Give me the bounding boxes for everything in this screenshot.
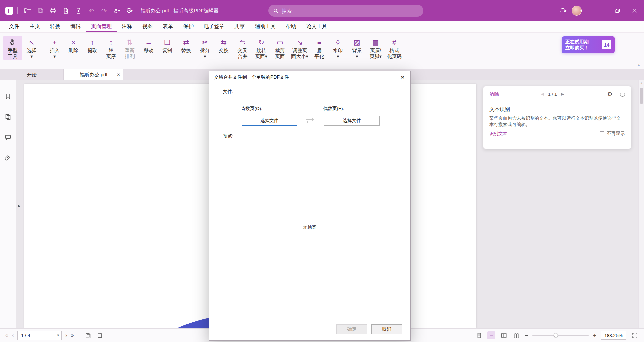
gear-icon[interactable]: ⚙ (607, 91, 612, 97)
choose-even-file-button[interactable]: 选择文件 (324, 116, 380, 126)
ribbon-button-header-footer[interactable]: ▤ 页眉/ 页脚▾ (366, 36, 385, 60)
zoom-slider[interactable] (532, 335, 589, 336)
choose-odd-file-button[interactable]: 选择文件 (241, 116, 297, 126)
export-pdf-button[interactable] (59, 4, 72, 17)
facing-view-button[interactable] (500, 331, 508, 339)
ribbon-button-extract-pages[interactable]: ↑ 提取 (83, 36, 102, 54)
print-button[interactable] (47, 4, 59, 17)
create-pdf-button[interactable] (72, 4, 85, 17)
next-page-icon[interactable]: › (65, 333, 67, 338)
single-page-view-button[interactable] (475, 331, 483, 339)
menu-item-file[interactable]: 文件 (4, 21, 24, 32)
app-logo-icon: F (5, 6, 14, 15)
caret-down-icon: ▾ (580, 9, 582, 13)
cancel-button[interactable]: 取消 (371, 324, 402, 334)
dialog-close-button[interactable]: ✕ (395, 71, 410, 84)
page-dropdown-icon[interactable]: ▼ (55, 334, 61, 337)
minimize-button[interactable] (593, 0, 608, 21)
panel-expand-handle[interactable]: ▶ (16, 200, 22, 212)
ribbon-button-rotate-pages[interactable]: ↻ 旋转 页面▾ (252, 36, 271, 60)
menu-item-home[interactable]: 主页 (24, 21, 45, 32)
notifications-button[interactable]: ▾ (556, 4, 569, 17)
ribbon-button-label: 交换 (219, 47, 229, 53)
ribbon-button-flatten-pages[interactable]: ≡ 扁 平化 (310, 36, 329, 60)
menu-item-share[interactable]: 共享 (229, 21, 250, 32)
fullscreen-button[interactable] (631, 331, 639, 339)
menu-item-form[interactable]: 表单 (158, 21, 178, 32)
bookmarks-panel-button[interactable] (3, 92, 13, 101)
snapshot-tool-button[interactable] (84, 331, 92, 339)
menu-item-convert[interactable]: 转换 (45, 21, 65, 32)
menu-item-page-management[interactable]: 页面管理 (86, 21, 117, 32)
ribbon-button-interleave-merge[interactable]: ⇋ 交叉 合并 (233, 36, 252, 60)
menu-item-thesis-tools[interactable]: 论文工具 (301, 21, 332, 32)
ribbon-button-hand-tool[interactable]: 手型 工具 (3, 36, 22, 60)
next-notification-icon[interactable]: ▶ (561, 92, 564, 96)
search-input[interactable] (282, 8, 419, 14)
ribbon-button-label: 拆分 ▾ (200, 47, 210, 59)
menu-item-view[interactable]: 视图 (137, 21, 158, 32)
rotate-page-icon: ↻ (258, 37, 264, 47)
menu-item-accessibility-tools[interactable]: 辅助工具 (250, 21, 281, 32)
swap-files-icon (305, 118, 316, 124)
tab-close-icon[interactable]: ✕ (117, 69, 120, 80)
menu-item-edit[interactable]: 编辑 (65, 21, 86, 32)
ribbon-button-select[interactable]: ↖ 选择 ▾ (22, 36, 41, 60)
zoom-in-button[interactable]: + (593, 333, 596, 338)
menu-item-esignature[interactable]: 电子签章 (199, 21, 229, 32)
tab-start[interactable]: 开始 (0, 69, 64, 80)
search-icon (273, 8, 279, 14)
last-page-icon[interactable]: » (71, 333, 74, 338)
ribbon-button-reverse-page-order[interactable]: ↕ 逆 页序 (102, 36, 120, 60)
open-file-button[interactable] (21, 4, 34, 17)
ribbon-button-delete-pages[interactable]: × 删除 (64, 36, 83, 54)
book-view-button[interactable] (512, 331, 520, 339)
ribbon-button-crop-pages[interactable]: ▭ 裁剪 页面 (271, 36, 289, 60)
menu-item-comment[interactable]: 注释 (117, 21, 137, 32)
navigation-rail (0, 80, 16, 328)
bookmark-icon (5, 93, 11, 100)
restore-button[interactable] (610, 0, 625, 21)
protect-menu-button[interactable]: ▾ (123, 4, 136, 17)
search-box[interactable] (268, 5, 423, 17)
ribbon-button-swap-pages[interactable]: ⇆ 交换 (214, 36, 233, 54)
clear-button[interactable]: 清除 (489, 91, 499, 97)
zoom-level-field[interactable]: 183.25% (601, 331, 626, 340)
ribbon-button-watermark[interactable]: ◊ 水印 ▾ (329, 36, 347, 60)
scroll-up-icon[interactable]: ˄ (639, 80, 644, 86)
paperclip-icon (5, 154, 11, 161)
document-scrollbar[interactable]: ˄ (638, 80, 644, 328)
ribbon-button-insert-pages[interactable]: + 插入 ▾ (45, 36, 64, 60)
dont-show-checkbox[interactable] (600, 131, 604, 136)
header-footer-icon: ▤ (372, 37, 379, 47)
ribbon-button-replace-pages[interactable]: ⇄ 替换 (177, 36, 196, 54)
ribbon-button-resize-pages[interactable]: ↘ 调整页 面大小▾ (289, 36, 310, 60)
close-window-button[interactable] (627, 0, 642, 21)
ribbon-button-format-page-numbers[interactable]: # 格式 化页码 (385, 36, 404, 60)
account-button[interactable]: ▾ (571, 4, 583, 17)
pages-panel-button[interactable] (3, 112, 13, 122)
scrollbar-thumb[interactable] (640, 88, 643, 104)
menu-item-help[interactable]: 帮助 (281, 21, 301, 32)
comments-panel-button[interactable] (3, 133, 13, 142)
menu-item-protect[interactable]: 保护 (178, 21, 199, 32)
collapse-card-icon[interactable] (620, 92, 625, 97)
ribbon-button-background[interactable]: ▨ 背景 ▾ (347, 36, 366, 60)
page-number-value: 1 / 4 (21, 333, 30, 338)
zoom-out-button[interactable]: − (525, 333, 528, 338)
rearrange-icon: ⇅ (127, 37, 133, 47)
continuous-view-button[interactable] (487, 331, 495, 339)
ribbon-button-move-pages[interactable]: → 移动 (139, 36, 158, 54)
attachments-panel-button[interactable] (3, 153, 13, 162)
buy-now-trial-button[interactable]: 正在试用期 立即购买！ 14 (562, 36, 615, 53)
ribbon-button-split-document[interactable]: ✂ 拆分 ▾ (196, 36, 214, 60)
pan-tool-menu-button[interactable]: ▾ (110, 4, 123, 17)
tab-document[interactable]: 福昕办公.pdf ✕ (64, 69, 123, 80)
page-number-field[interactable]: 1 / 4 ▼ (17, 331, 62, 340)
collapse-ribbon-button[interactable]: ˄ (638, 63, 640, 68)
ribbon-button-label: 选择 ▾ (27, 47, 37, 59)
ribbon-button-duplicate-pages[interactable]: ❏ 复制 (158, 36, 177, 54)
zoom-slider-thumb[interactable] (554, 333, 558, 337)
clipboard-tool-button[interactable] (96, 331, 104, 339)
recognize-text-link[interactable]: 识别文本 (489, 131, 507, 137)
